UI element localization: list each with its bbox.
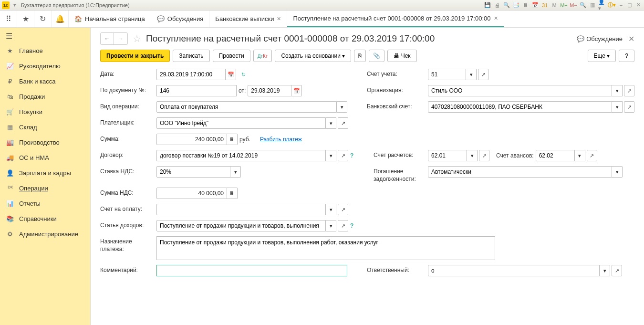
zoom-icon[interactable]: 🔍 [579, 1, 587, 9]
tab-receipt-doc[interactable]: Поступление на расчетный счет 0001-00000… [287, 10, 504, 27]
vatsum-input[interactable] [156, 188, 227, 199]
forward-button[interactable]: → [114, 33, 127, 44]
open-button[interactable]: ↗ [338, 117, 348, 129]
save-button[interactable]: Записать [173, 50, 209, 62]
apps-icon[interactable]: ⠿ [0, 10, 17, 27]
sidebar-item-payroll[interactable]: 👤Зарплата и кадры [0, 165, 90, 180]
sidebar-item-catalogs[interactable]: 📚Справочники [0, 211, 90, 226]
date-input[interactable] [156, 69, 226, 80]
dropdown-button[interactable]: ▾ [612, 166, 623, 178]
split-payment-link[interactable]: Разбить платеж [260, 136, 302, 143]
sum-input[interactable] [156, 134, 227, 145]
dropdown-button[interactable]: ▾ [575, 150, 585, 161]
minimize-button[interactable]: − [617, 1, 625, 9]
open-button[interactable]: ↗ [338, 150, 348, 161]
sidebar-item-production[interactable]: 🏭Производство [0, 135, 90, 150]
invoice-input[interactable] [156, 204, 326, 215]
open-button[interactable]: ↗ [612, 265, 622, 276]
close-panel-icon[interactable]: ✕ [628, 34, 634, 43]
dropdown-button[interactable]: ▾ [600, 265, 610, 276]
dropdown-button[interactable]: ▾ [466, 69, 477, 80]
sidebar-item-warehouse[interactable]: ▦Склад [0, 119, 90, 135]
dropdown-button[interactable]: ▾ [612, 101, 623, 113]
comment-input[interactable] [156, 265, 347, 276]
panels-icon[interactable]: ▥ [589, 1, 596, 9]
dropdown-button[interactable]: ▾ [467, 150, 478, 161]
purpose-textarea[interactable] [156, 236, 495, 260]
docdate-input[interactable] [248, 85, 291, 96]
account-input[interactable] [428, 69, 466, 80]
debt-input[interactable] [428, 166, 612, 178]
dropdown-button[interactable]: ▾ [326, 204, 336, 215]
back-button[interactable]: ← [101, 33, 114, 44]
org-input[interactable] [428, 85, 612, 96]
payer-input[interactable] [156, 117, 326, 129]
open-button[interactable]: ↗ [479, 150, 489, 161]
post-button[interactable]: Провести [213, 50, 250, 62]
optype-input[interactable] [156, 101, 337, 113]
acct-settle-input[interactable] [428, 150, 467, 161]
dropdown-button[interactable]: ▾ [326, 150, 336, 161]
open-button[interactable]: ↗ [338, 204, 348, 215]
m-icon[interactable]: M [551, 1, 558, 9]
sidebar-item-assets[interactable]: 🚚ОС и НМА [0, 150, 90, 165]
post-and-close-button[interactable]: Провести и закрыть [100, 50, 170, 62]
preview-icon[interactable]: 🔍 [503, 1, 510, 9]
tab-bank-statements[interactable]: Банковские выписки ✕ [209, 10, 287, 27]
compare-icon[interactable]: 📑 [512, 1, 520, 9]
calendar-button[interactable]: 📅 [291, 85, 302, 96]
tab-home[interactable]: 🏠 Начальная страница [69, 10, 151, 27]
notifications-icon[interactable]: 🔔 [52, 10, 69, 27]
calc-button[interactable]: 🖩 [227, 134, 238, 145]
m-minus-icon[interactable]: M− [570, 1, 577, 9]
date-icon[interactable]: 31 [541, 1, 549, 9]
favorite-star-icon[interactable]: ☆ [133, 33, 141, 44]
dropdown-button[interactable]: ▾ [612, 85, 623, 96]
calendar-button[interactable]: 📅 [226, 69, 236, 80]
sidebar-item-admin[interactable]: ⚙Администрирование [0, 226, 90, 241]
sidebar-item-manager[interactable]: 📈Руководителю [0, 58, 90, 73]
docnum-input[interactable] [156, 85, 237, 96]
help-button[interactable]: ? [619, 50, 634, 62]
sidebar-item-main[interactable]: ★Главное [0, 43, 90, 58]
vat-input[interactable] [156, 166, 230, 178]
open-button[interactable]: ↗ [338, 220, 348, 231]
help-icon[interactable]: ? [350, 152, 353, 159]
open-button[interactable]: ↗ [624, 85, 634, 96]
help-icon[interactable]: ? [350, 222, 353, 229]
user-icon[interactable]: 👤▾ [598, 1, 606, 9]
sidebar-item-operations[interactable]: ᴰᴷОперации [0, 180, 90, 196]
close-button[interactable]: ✕ [634, 1, 642, 9]
contract-input[interactable] [156, 150, 326, 161]
sidebar-item-reports[interactable]: 📊Отчеты [0, 196, 90, 211]
close-icon[interactable]: ✕ [277, 16, 281, 22]
sidebar-item-sales[interactable]: 🛍Продажи [0, 89, 90, 104]
tab-discussions[interactable]: 💬 Обсуждения [151, 10, 210, 27]
dropdown-button[interactable]: ▾ [230, 166, 241, 178]
dropdown-button[interactable]: ▾ [337, 101, 347, 113]
dropdown-button[interactable]: ▾ [326, 117, 336, 129]
info-icon[interactable]: ⓘ▾ [608, 1, 615, 9]
open-button[interactable]: ↗ [587, 150, 597, 161]
calc-icon[interactable]: 🖩 [522, 1, 530, 9]
acct-adv-input[interactable] [536, 150, 575, 161]
calendar-icon[interactable]: 📅 [531, 1, 539, 9]
print-icon[interactable]: 🖨 [493, 1, 501, 9]
receipt-button[interactable]: 🖶 Чек [387, 50, 416, 62]
income-input[interactable] [156, 220, 326, 231]
attach-button[interactable]: 📎 [369, 50, 384, 62]
dtkt-button[interactable]: ДтКт [253, 50, 272, 62]
open-button[interactable]: ↗ [624, 101, 634, 113]
bank-input[interactable] [428, 101, 612, 113]
dropdown-button[interactable]: ▾ [326, 220, 336, 231]
m-plus-icon[interactable]: M+ [560, 1, 568, 9]
hamburger-icon[interactable]: ☰ [0, 29, 17, 43]
open-button[interactable]: ↗ [478, 69, 488, 80]
sidebar-item-bank[interactable]: ₽Банк и касса [0, 73, 90, 89]
app-menu-dropdown[interactable]: ▾ [11, 2, 18, 8]
refresh-button[interactable]: ↻ [238, 69, 249, 80]
resp-input[interactable] [428, 265, 600, 276]
structure-button[interactable]: ⎘ [354, 50, 366, 62]
more-button[interactable]: Еще ▾ [588, 50, 616, 62]
create-based-button[interactable]: Создать на основании ▾ [275, 50, 351, 62]
